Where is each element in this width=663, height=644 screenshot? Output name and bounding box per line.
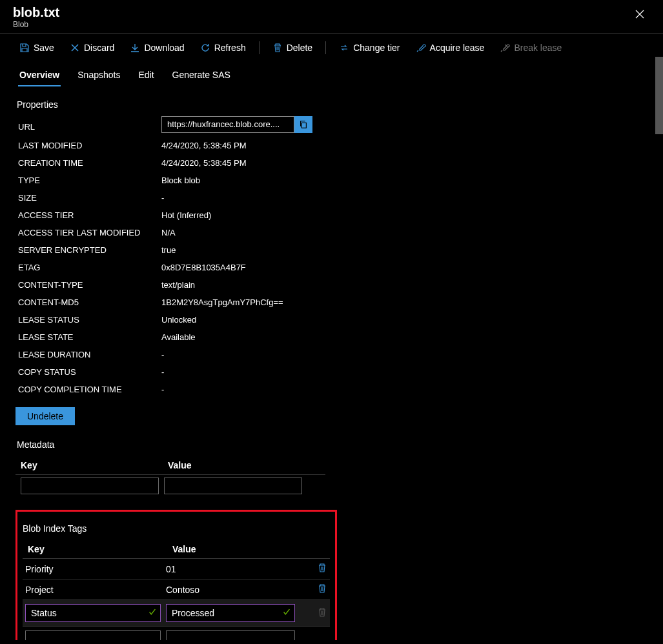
- acquire-lease-button[interactable]: Acquire lease: [409, 39, 491, 57]
- tags-heading: Blob Index Tags: [23, 523, 330, 534]
- tag-key-input[interactable]: [25, 604, 161, 622]
- property-row: LAST MODIFIED4/24/2020, 5:38:45 PM: [15, 137, 648, 154]
- separator: [259, 41, 260, 54]
- save-button[interactable]: Save: [13, 39, 61, 57]
- property-value: -: [161, 385, 164, 394]
- acquire-lease-icon: [416, 43, 426, 53]
- property-value: -: [161, 193, 164, 203]
- url-label: URL: [18, 122, 161, 132]
- tag-value-input-empty[interactable]: [166, 630, 295, 640]
- tab-generate-sas[interactable]: Generate SAS: [171, 65, 232, 86]
- property-value: Available: [161, 332, 196, 342]
- metadata-heading: Metadata: [17, 439, 648, 450]
- refresh-label: Refresh: [214, 43, 246, 53]
- break-lease-icon: [500, 43, 510, 53]
- save-label: Save: [34, 43, 54, 53]
- property-row: COPY STATUS-: [15, 363, 648, 381]
- delete-label: Delete: [287, 43, 312, 53]
- metadata-key-header: Key: [21, 460, 163, 470]
- tab-snapshots[interactable]: Snapshots: [76, 65, 121, 86]
- download-icon: [130, 43, 140, 53]
- property-label: LEASE DURATION: [18, 350, 161, 359]
- property-value: 4/24/2020, 5:38:45 PM: [161, 141, 247, 150]
- copy-url-button[interactable]: [294, 116, 312, 133]
- tag-row-editing: [23, 599, 330, 626]
- tag-key-input-empty[interactable]: [25, 630, 161, 640]
- property-label: LAST MODIFIED: [18, 141, 161, 150]
- property-row: LEASE STATUSUnlocked: [15, 311, 648, 328]
- property-row: LEASE STATEAvailable: [15, 328, 648, 346]
- blade-subtitle: Blob: [13, 20, 59, 29]
- break-lease-button: Break lease: [493, 39, 568, 57]
- property-label: LEASE STATE: [18, 332, 161, 342]
- tags-key-header: Key: [28, 544, 167, 554]
- tag-row-empty: [23, 626, 330, 640]
- property-row: ETAG0x8D7E8B1035A4B7F: [15, 259, 648, 276]
- property-row: SIZE-: [15, 189, 648, 206]
- copy-icon: [299, 120, 308, 129]
- property-value: -: [161, 350, 164, 359]
- property-value: N/A: [161, 228, 176, 237]
- scrollbar-thumb[interactable]: [655, 57, 663, 134]
- tag-value: Contoso: [166, 585, 295, 595]
- content-pane: Properties URL https://huxfrancec.blob.c…: [0, 86, 663, 640]
- refresh-icon: [200, 43, 210, 53]
- property-label: CREATION TIME: [18, 158, 161, 168]
- delete-tag-button[interactable]: [317, 607, 327, 619]
- tab-overview[interactable]: Overview: [18, 65, 61, 86]
- tag-row: Priority01: [23, 558, 330, 579]
- property-row: LEASE DURATION-: [15, 346, 648, 363]
- properties-heading: Properties: [17, 99, 648, 110]
- svg-rect-0: [301, 123, 306, 128]
- property-label: ACCESS TIER LAST MODIFIED: [18, 228, 161, 237]
- property-row: ACCESS TIERHot (Inferred): [15, 206, 648, 224]
- trash-icon: [272, 43, 283, 53]
- property-label: COPY COMPLETION TIME: [18, 385, 161, 394]
- property-label: CONTENT-TYPE: [18, 280, 161, 290]
- property-label: LEASE STATUS: [18, 315, 161, 325]
- delete-button[interactable]: Delete: [266, 39, 319, 57]
- blade-title: blob.txt: [13, 5, 59, 20]
- validation-check-icon: [148, 608, 157, 619]
- tab-edit[interactable]: Edit: [137, 65, 155, 86]
- property-row: CREATION TIME4/24/2020, 5:38:45 PM: [15, 154, 648, 172]
- metadata-value-header: Value: [168, 460, 320, 470]
- property-row: SERVER ENCRYPTEDtrue: [15, 241, 648, 259]
- property-row: TYPEBlock blob: [15, 172, 648, 189]
- tab-bar: Overview Snapshots Edit Generate SAS: [0, 65, 663, 86]
- save-icon: [19, 43, 30, 53]
- property-label: SERVER ENCRYPTED: [18, 245, 161, 255]
- tag-key: Project: [25, 585, 161, 595]
- property-label: SIZE: [18, 193, 161, 203]
- property-value: Hot (Inferred): [161, 210, 211, 220]
- metadata-key-input[interactable]: [21, 478, 159, 494]
- download-label: Download: [144, 43, 184, 53]
- property-value: 4/24/2020, 5:38:45 PM: [161, 158, 247, 168]
- refresh-button[interactable]: Refresh: [194, 39, 252, 57]
- property-label: COPY STATUS: [18, 367, 161, 377]
- property-row: CONTENT-TYPEtext/plain: [15, 276, 648, 294]
- discard-label: Discard: [84, 43, 114, 53]
- acquire-lease-label: Acquire lease: [430, 43, 485, 53]
- tag-value-input[interactable]: [166, 604, 295, 622]
- delete-tag-button[interactable]: [317, 583, 327, 596]
- tag-row: ProjectContoso: [23, 579, 330, 599]
- separator: [325, 41, 326, 54]
- delete-tag-button[interactable]: [317, 563, 327, 575]
- undelete-button[interactable]: Undelete: [15, 407, 75, 425]
- download-button[interactable]: Download: [123, 39, 190, 57]
- discard-button[interactable]: Discard: [63, 39, 121, 57]
- url-input[interactable]: https://huxfrancec.blob.core....: [161, 116, 294, 133]
- command-bar: Save Discard Download Refresh Delete Cha…: [0, 34, 663, 62]
- property-label: ETAG: [18, 263, 161, 272]
- property-value: true: [161, 245, 176, 255]
- blob-index-tags-section: Blob Index Tags Key Value Priority01Proj…: [15, 510, 337, 640]
- property-value: -: [161, 367, 164, 377]
- property-row: COPY COMPLETION TIME-: [15, 381, 648, 398]
- change-tier-label: Change tier: [353, 43, 400, 53]
- property-value: text/plain: [161, 280, 195, 290]
- tag-key: Priority: [25, 564, 161, 574]
- change-tier-button[interactable]: Change tier: [332, 39, 406, 57]
- close-button[interactable]: [629, 5, 650, 25]
- metadata-value-input[interactable]: [164, 478, 302, 494]
